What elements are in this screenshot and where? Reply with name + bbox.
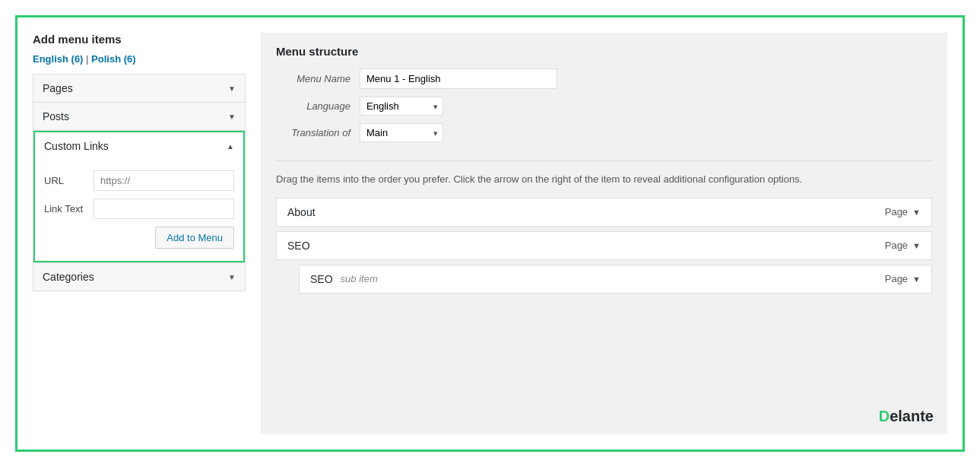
left-panel-title: Add menu items [33, 33, 246, 46]
polish-language-link[interactable]: Polish (6) [91, 53, 136, 65]
pages-accordion-header[interactable]: Pages ▼ [33, 75, 245, 102]
english-language-link[interactable]: English (6) [33, 53, 83, 65]
translation-of-label: Translation of [276, 127, 360, 138]
menu-item-seo[interactable]: SEO Page ▼ [276, 231, 932, 260]
categories-arrow-icon: ▼ [228, 273, 236, 281]
pages-accordion-label: Pages [43, 82, 73, 94]
translation-of-row: Translation of Main Secondary [276, 123, 932, 142]
seo-item-type: Page [885, 240, 908, 251]
main-window: Add menu items English (6) | Polish (6) … [15, 15, 965, 452]
seo-sub-item-name: SEO [310, 273, 333, 285]
seo-sub-item-type: Page [885, 273, 908, 284]
about-item-type: Page [885, 206, 908, 218]
seo-sub-item-left: SEO sub item [310, 273, 378, 285]
translation-select[interactable]: Main Secondary [360, 123, 443, 142]
seo-item-expand-icon[interactable]: ▼ [912, 241, 921, 250]
posts-arrow-icon: ▼ [228, 113, 236, 121]
menu-name-label: Menu Name [276, 73, 360, 84]
seo-sub-item-sublabel: sub item [341, 273, 378, 284]
translation-select-wrapper: Main Secondary [360, 123, 443, 142]
menu-item-about[interactable]: About Page ▼ [276, 198, 932, 227]
language-links: English (6) | Polish (6) [33, 53, 246, 65]
seo-item-right: Page ▼ [885, 240, 921, 251]
url-field-row: URL [44, 170, 234, 191]
custom-links-accordion: Custom Links ▲ URL Link Text Add to Menu [33, 131, 246, 263]
language-select-wrapper: English Polish [360, 97, 443, 116]
seo-sub-item-expand-icon[interactable]: ▼ [912, 275, 921, 284]
about-item-right: Page ▼ [885, 206, 921, 218]
right-panel-title: Menu structure [276, 45, 932, 58]
language-row: Language English Polish [276, 97, 932, 116]
menu-name-row: Menu Name [276, 68, 932, 89]
menu-name-input[interactable] [360, 68, 557, 89]
url-label: URL [44, 175, 94, 186]
add-to-menu-button[interactable]: Add to Menu [155, 227, 234, 249]
drag-instruction: Drag the items into the order you prefer… [276, 172, 932, 187]
language-label: Language [276, 100, 360, 112]
about-item-left: About [287, 206, 316, 218]
link-text-field-row: Link Text [44, 199, 234, 219]
left-panel: Add menu items English (6) | Polish (6) … [33, 33, 261, 434]
about-item-expand-icon[interactable]: ▼ [912, 208, 921, 217]
menu-item-seo-sub[interactable]: SEO sub item Page ▼ [299, 265, 932, 294]
url-input[interactable] [94, 170, 234, 191]
custom-links-body: URL Link Text Add to Menu [33, 160, 245, 262]
seo-item-left: SEO [287, 240, 310, 252]
custom-links-accordion-label: Custom Links [44, 140, 109, 152]
posts-accordion-label: Posts [43, 110, 69, 122]
categories-accordion-label: Categories [43, 271, 94, 283]
seo-sub-item-right: Page ▼ [885, 273, 921, 284]
language-select[interactable]: English Polish [360, 97, 443, 116]
logo-rest-text: elante [890, 408, 934, 425]
custom-links-arrow-icon: ▲ [227, 142, 234, 151]
custom-links-accordion-header[interactable]: Custom Links ▲ [33, 131, 245, 160]
categories-accordion-header[interactable]: Categories ▼ [33, 263, 245, 291]
pages-accordion: Pages ▼ [33, 74, 246, 103]
about-item-name: About [287, 206, 316, 218]
pages-arrow-icon: ▼ [228, 84, 236, 93]
right-panel: Menu structure Menu Name Language Englis… [261, 33, 947, 434]
logo-d-letter: D [879, 408, 890, 425]
seo-item-name: SEO [287, 240, 310, 252]
posts-accordion: Posts ▼ [33, 103, 246, 131]
link-text-label: Link Text [44, 203, 94, 214]
menu-form-section: Menu Name Language English Polish Tra [276, 68, 932, 161]
categories-accordion: Categories ▼ [33, 263, 246, 291]
delante-logo: Delante [879, 408, 934, 425]
posts-accordion-header[interactable]: Posts ▼ [33, 103, 245, 130]
link-text-input[interactable] [94, 199, 234, 219]
